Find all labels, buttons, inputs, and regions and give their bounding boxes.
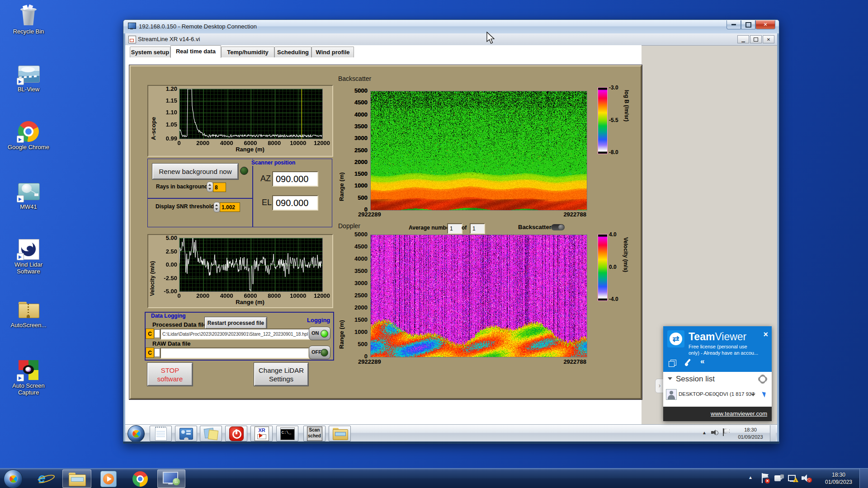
snr-value-field[interactable]: 1.002 <box>220 202 240 212</box>
desktop-icon-wind-lidar[interactable]: Wind Lidar Software <box>4 239 53 275</box>
taskbar-explorer-button[interactable] <box>62 469 91 488</box>
taskbar-wmp-button[interactable] <box>96 469 121 487</box>
axis-tick-label: 0 <box>170 292 188 299</box>
notepad-icon <box>155 427 167 441</box>
el-value-field[interactable]: 090.000 <box>272 195 318 211</box>
session-flag-icon[interactable] <box>722 428 729 436</box>
taskbar-folder-button[interactable] <box>329 426 351 441</box>
session-item-name[interactable]: DESKTOP-OE0QDVI (1 817 937 <box>679 391 755 397</box>
teamviewer-url-link[interactable]: www.teamviewer.com <box>711 410 767 417</box>
session-clock[interactable]: 18:30 01/09/2023 <box>735 426 766 441</box>
backscatter-ylabel: Range (m) <box>338 124 345 201</box>
tab-system-setup[interactable]: System setup <box>130 47 170 57</box>
app-minimize-button[interactable]: ▁ <box>737 35 749 43</box>
axis-tick-label: 1.20 <box>159 85 177 92</box>
power-battery-icon[interactable] <box>774 474 784 483</box>
maximize-button[interactable] <box>741 20 755 29</box>
folder-icon <box>333 428 347 440</box>
tab-temp-humidity[interactable]: Temp/humidity <box>221 47 274 57</box>
taskbar-stop-button[interactable] <box>225 426 247 441</box>
show-desktop-button[interactable] <box>859 469 868 488</box>
backscatter-toggle-switch[interactable] <box>551 224 565 230</box>
session-copy-icon[interactable] <box>669 360 676 366</box>
tab-wind-profile[interactable]: Wind profile <box>311 47 354 57</box>
session-speaker-icon[interactable] <box>711 429 718 436</box>
off-led-icon <box>321 349 328 357</box>
session-show-desktop-button[interactable] <box>770 425 776 441</box>
raw-data-file-label: RAW Data file <box>152 340 191 347</box>
average-total-field[interactable]: 1 <box>470 223 485 234</box>
rdp-title-bar[interactable]: 192.168.0.150 - Remote Desktop Connectio… <box>123 20 779 34</box>
axis-tick-label: 0 <box>345 206 368 213</box>
teamviewer-close-icon[interactable]: × <box>763 330 768 339</box>
change-lidar-settings-button[interactable]: Change LiDARSettings <box>254 363 308 386</box>
raw-path-field[interactable] <box>160 347 309 359</box>
scanner-position-title: Scanner position <box>250 160 296 166</box>
taskbar-chrome-button[interactable] <box>127 469 153 487</box>
recycle-bin-icon <box>18 5 39 26</box>
session-tray-expand-icon[interactable]: ▲ <box>702 430 707 435</box>
rays-value-field[interactable]: 8 <box>213 183 226 192</box>
raw-logging-toggle[interactable]: OFF <box>309 346 330 359</box>
taskbar-ie-button[interactable]: e <box>33 469 57 487</box>
session-start-button[interactable] <box>127 425 145 442</box>
axis-tick-label: 3500 <box>345 267 368 274</box>
taskbar-notepad-button[interactable] <box>150 426 172 441</box>
teamviewer-collapse-handle[interactable]: › <box>655 379 664 393</box>
desktop-icon-autoscreen-zip[interactable]: AutoScreen... <box>4 299 53 328</box>
restart-processed-file-button[interactable]: Restart processed file <box>205 317 267 329</box>
browse-file-icon <box>154 329 160 338</box>
action-center-flag-icon[interactable]: ✕ <box>761 473 770 484</box>
processed-logging-toggle[interactable]: ON <box>309 327 330 340</box>
snr-spinner[interactable] <box>213 202 220 212</box>
axis-tick-label: 2500 <box>345 292 368 299</box>
taskbar-scan-sched-button[interactable]: Scansched <box>303 426 326 441</box>
processed-drive-selector[interactable]: C <box>146 328 154 339</box>
rays-spinner[interactable] <box>207 182 213 192</box>
close-button[interactable]: ✕ <box>755 20 775 29</box>
connect-cursor-icon[interactable] <box>762 390 767 398</box>
axis-tick-label: 500 <box>345 194 368 201</box>
processed-path-field[interactable]: C:\Lidar\Data\Proc\2023\202309\20230901\… <box>160 328 311 340</box>
taskbar-rdp-button[interactable]: ↔ <box>157 469 185 488</box>
az-value-field[interactable]: 090.000 <box>272 171 318 187</box>
desktop-icon-mw41[interactable]: MW41 <box>4 181 53 210</box>
volume-muted-icon[interactable]: ⃠ <box>802 474 812 483</box>
desktop-icon-recycle-bin[interactable]: Recycle Bin <box>4 5 53 35</box>
whiteboard-brush-icon[interactable] <box>684 359 692 367</box>
system-settings-icon <box>179 428 193 440</box>
tab-real-time-data[interactable]: Real time data <box>170 45 221 58</box>
start-button[interactable] <box>4 469 23 488</box>
chrome-icon <box>132 471 148 487</box>
sticky-notes-icon <box>204 427 218 440</box>
desktop-icon-auto-screen-capture[interactable]: Auto Screen Capture <box>4 360 53 396</box>
shortcut-arrow-icon <box>17 195 24 202</box>
raw-drive-selector[interactable]: C <box>146 347 154 358</box>
collapse-chevrons-icon[interactable]: « <box>700 357 704 366</box>
host-clock[interactable]: 18:30 01/09/2023 <box>821 471 857 486</box>
backscatter-colorbar <box>598 87 608 154</box>
app-close-button[interactable]: ✕ <box>763 35 774 43</box>
session-list-expander-icon[interactable] <box>668 377 672 380</box>
app-title-bar[interactable]: StreamLine XR v14-6.vi ▁ ✕ <box>125 33 777 46</box>
ascope-ylabel: A-scope <box>150 99 157 140</box>
tab-scheduling[interactable]: Scheduling <box>274 47 311 57</box>
app-restore-button[interactable] <box>750 35 762 43</box>
doppler-ylabel: Range (m) <box>338 272 345 349</box>
network-status-icon[interactable]: ! <box>788 474 799 483</box>
session-item-dropdown-icon[interactable] <box>751 394 755 396</box>
stop-software-button[interactable]: STOPsoftware <box>147 363 193 386</box>
taskbar-sticky-notes-button[interactable] <box>200 426 222 441</box>
renew-background-button[interactable]: Renew background now <box>152 164 238 179</box>
desktop: Recycle Bin BL-View Google Chrome MW41 <box>0 0 868 488</box>
average-number-field[interactable]: 1 <box>447 223 462 234</box>
taskbar-settings-button[interactable] <box>175 426 197 441</box>
taskbar-streamline-xr-button[interactable]: XR <box>250 426 273 441</box>
session-list-gear-icon[interactable] <box>759 375 766 383</box>
desktop-icon-google-chrome[interactable]: Google Chrome <box>4 121 53 150</box>
desktop-icon-bl-view[interactable]: BL-View <box>4 63 53 93</box>
taskbar-cmd-button[interactable]: C:\_ <box>276 426 298 441</box>
tray-expand-icon[interactable]: ▲ <box>748 475 753 480</box>
minimize-button[interactable] <box>726 20 741 29</box>
processed-data-file-label: Processed Data file <box>152 321 207 328</box>
